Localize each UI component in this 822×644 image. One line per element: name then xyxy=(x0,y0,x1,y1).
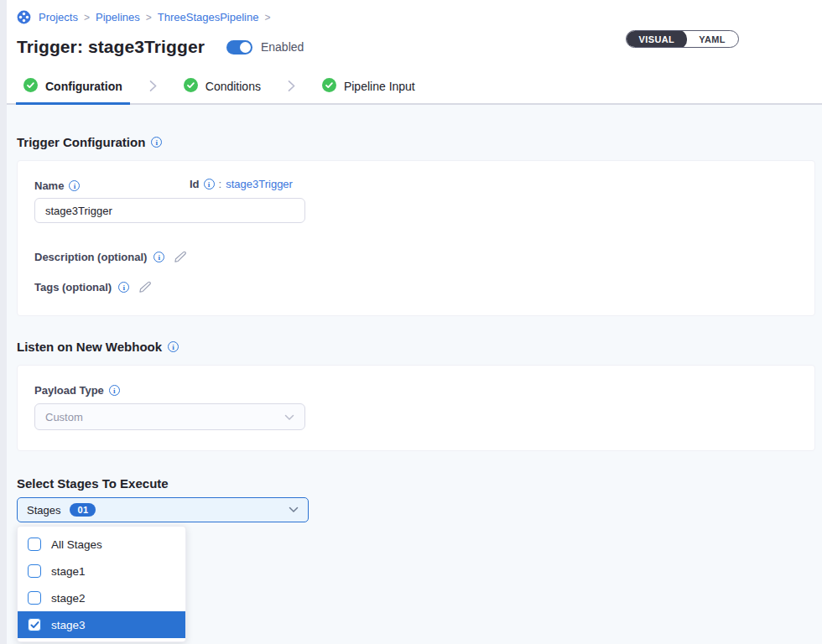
stages-count-badge: 01 xyxy=(70,503,96,517)
pencil-icon[interactable] xyxy=(174,251,186,263)
chevron-down-icon xyxy=(289,506,299,513)
menu-item-label: stage1 xyxy=(51,565,86,578)
check-circle-icon xyxy=(184,78,198,95)
enabled-label: Enabled xyxy=(261,40,304,54)
chevron-right-icon xyxy=(288,80,295,92)
info-icon[interactable] xyxy=(204,179,215,190)
menu-item-all-stages[interactable]: All Stages xyxy=(18,531,185,558)
page-header: Projects > Pipelines > ThreeStagesPipeli… xyxy=(7,0,822,69)
stages-multiselect[interactable]: Stages 01 xyxy=(17,497,309,522)
id-colon: : xyxy=(219,178,222,190)
payload-type-value: Custom xyxy=(45,411,83,423)
projects-icon xyxy=(17,10,31,24)
visual-tab[interactable]: VISUAL xyxy=(626,30,687,48)
breadcrumb-pipeline-name[interactable]: ThreeStagesPipeline xyxy=(158,11,259,23)
tab-label: Pipeline Input xyxy=(344,80,415,93)
chevron-right-icon xyxy=(149,80,157,92)
left-rail xyxy=(0,0,7,644)
stages-dropdown-menu: All Stages stage1 stage2 stage3 xyxy=(17,526,186,642)
select-stages-heading: Select Stages To Execute xyxy=(17,476,815,491)
info-icon[interactable] xyxy=(168,341,179,352)
tags-row: Tags (optional) xyxy=(34,281,798,299)
breadcrumb-separator: > xyxy=(84,12,90,23)
menu-item-stage2[interactable]: stage2 xyxy=(18,584,185,611)
yaml-tab[interactable]: YAML xyxy=(686,30,738,48)
description-label: Description (optional) xyxy=(34,251,147,263)
breadcrumb-separator: > xyxy=(146,12,152,23)
wizard-tabs: Configuration Conditions Pipeline Input xyxy=(7,69,822,105)
menu-item-label: All Stages xyxy=(51,538,102,551)
info-icon[interactable] xyxy=(151,137,162,148)
info-icon[interactable] xyxy=(153,252,164,262)
checkbox[interactable] xyxy=(28,538,41,551)
id-label: Id xyxy=(190,178,200,190)
page-title: Trigger: stage3Trigger xyxy=(17,37,205,57)
pencil-icon[interactable] xyxy=(138,281,151,293)
menu-item-stage1[interactable]: stage1 xyxy=(18,558,185,584)
breadcrumb-projects[interactable]: Projects xyxy=(39,11,78,23)
heading-text: Listen on New Webhook xyxy=(17,340,162,354)
payload-type-label: Payload Type xyxy=(34,384,104,397)
tab-label: Conditions xyxy=(206,80,261,93)
name-input[interactable] xyxy=(34,198,305,223)
menu-item-label: stage3 xyxy=(51,619,86,631)
main: Projects > Pipelines > ThreeStagesPipeli… xyxy=(7,0,822,644)
name-label-group: Name xyxy=(34,179,80,192)
checkbox-checked[interactable] xyxy=(28,618,41,631)
name-id-row: Name Id : stage3Trigger xyxy=(34,178,798,192)
info-icon[interactable] xyxy=(109,385,120,396)
checkbox[interactable] xyxy=(28,591,41,605)
menu-item-label: stage2 xyxy=(51,592,86,605)
id-value-link[interactable]: stage3Trigger xyxy=(226,178,293,190)
trigger-configuration-heading: Trigger Configuration xyxy=(17,105,815,149)
tab-label: Configuration xyxy=(45,80,122,93)
info-icon[interactable] xyxy=(118,282,129,293)
checkbox[interactable] xyxy=(28,564,41,578)
enabled-toggle[interactable] xyxy=(226,40,252,55)
page: Projects > Pipelines > ThreeStagesPipeli… xyxy=(0,0,822,644)
tab-pipeline-input[interactable]: Pipeline Input xyxy=(315,69,423,103)
trigger-configuration-card: Name Id : stage3Trigger Description (opt… xyxy=(17,160,815,316)
tab-configuration[interactable]: Configuration xyxy=(16,69,130,103)
name-label: Name xyxy=(34,179,64,192)
heading-text: Trigger Configuration xyxy=(17,135,145,149)
webhook-heading: Listen on New Webhook xyxy=(17,340,815,354)
breadcrumb-separator: > xyxy=(264,12,270,23)
content: Trigger Configuration Name Id : stage3Tr… xyxy=(7,105,822,644)
chevron-down-icon xyxy=(284,411,294,423)
breadcrumb-pipelines[interactable]: Pipelines xyxy=(96,11,140,23)
tags-label: Tags (optional) xyxy=(34,281,112,293)
payload-type-label-group: Payload Type xyxy=(34,384,120,397)
info-icon[interactable] xyxy=(69,180,80,191)
webhook-card: Payload Type Custom xyxy=(17,365,815,451)
id-row: Id : stage3Trigger xyxy=(190,178,293,190)
heading-text: Select Stages To Execute xyxy=(17,476,169,491)
check-circle-icon xyxy=(23,78,38,95)
visual-yaml-toggle: VISUAL YAML xyxy=(626,30,739,48)
menu-item-stage3[interactable]: stage3 xyxy=(18,611,185,638)
stages-select-label: Stages xyxy=(27,504,60,517)
tab-conditions[interactable]: Conditions xyxy=(176,69,268,103)
payload-type-select[interactable]: Custom xyxy=(34,403,305,430)
check-circle-icon xyxy=(322,78,336,95)
description-row: Description (optional) xyxy=(34,251,798,263)
breadcrumb: Projects > Pipelines > ThreeStagesPipeli… xyxy=(17,10,805,24)
